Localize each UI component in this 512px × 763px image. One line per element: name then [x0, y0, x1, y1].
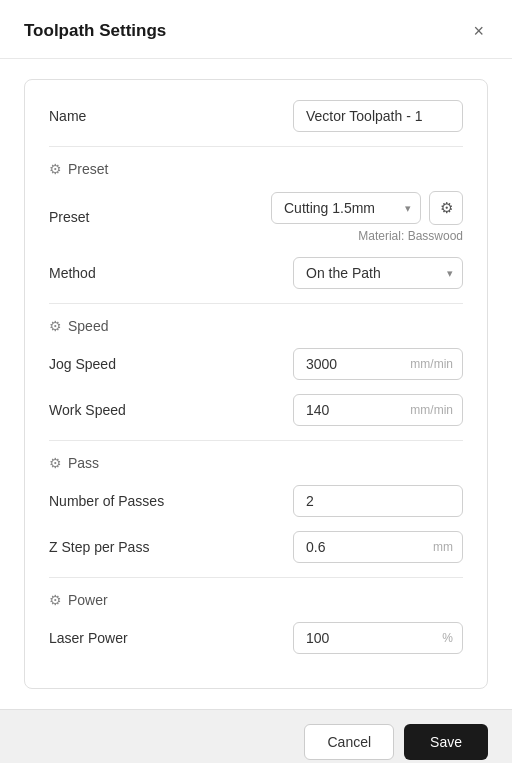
dialog-title: Toolpath Settings: [24, 21, 166, 41]
laser-power-unit: %: [442, 631, 453, 645]
preset-row: Preset Cutting 1.5mm Cutting 3mm Engravi…: [49, 191, 463, 243]
power-gear-icon: ⚙: [49, 592, 62, 608]
z-step-row: Z Step per Pass mm: [49, 531, 463, 563]
method-select[interactable]: On the Path Inside Outside: [293, 257, 463, 289]
jog-speed-label: Jog Speed: [49, 356, 116, 372]
preset-settings-button[interactable]: ⚙: [429, 191, 463, 225]
speed-gear-icon: ⚙: [49, 318, 62, 334]
name-label: Name: [49, 108, 86, 124]
preset-gear-icon: ⚙: [49, 161, 62, 177]
jog-speed-input-wrapper: mm/min: [293, 348, 463, 380]
dialog-body: Name ⚙ Preset Preset Cutting 1.5mm: [0, 59, 512, 709]
pass-section-header: ⚙ Pass: [49, 455, 463, 471]
method-row: Method On the Path Inside Outside ▾: [49, 257, 463, 289]
z-step-unit: mm: [433, 540, 453, 554]
name-input[interactable]: [293, 100, 463, 132]
speed-section-label: Speed: [68, 318, 108, 334]
laser-power-label: Laser Power: [49, 630, 128, 646]
cancel-button[interactable]: Cancel: [304, 724, 394, 760]
material-label: Material: Basswood: [358, 229, 463, 243]
jog-speed-row: Jog Speed mm/min: [49, 348, 463, 380]
laser-power-row: Laser Power %: [49, 622, 463, 654]
z-step-label: Z Step per Pass: [49, 539, 149, 555]
num-passes-label: Number of Passes: [49, 493, 164, 509]
work-speed-input-wrapper: mm/min: [293, 394, 463, 426]
dialog-footer: Cancel Save: [0, 709, 512, 763]
dialog-header: Toolpath Settings ×: [0, 0, 512, 59]
num-passes-row: Number of Passes: [49, 485, 463, 517]
settings-card: Name ⚙ Preset Preset Cutting 1.5mm: [24, 79, 488, 689]
toolpath-settings-dialog: Toolpath Settings × Name ⚙ Preset Preset: [0, 0, 512, 763]
preset-section-label: Preset: [68, 161, 108, 177]
save-button[interactable]: Save: [404, 724, 488, 760]
preset-select-group: Cutting 1.5mm Cutting 3mm Engraving ▾ ⚙: [271, 191, 463, 225]
laser-power-input-wrapper: %: [293, 622, 463, 654]
preset-field-area: Cutting 1.5mm Cutting 3mm Engraving ▾ ⚙ …: [271, 191, 463, 243]
jog-speed-unit: mm/min: [410, 357, 453, 371]
divider-4: [49, 577, 463, 578]
close-button[interactable]: ×: [469, 18, 488, 44]
preset-select-wrapper: Cutting 1.5mm Cutting 3mm Engraving ▾: [271, 192, 421, 224]
divider-3: [49, 440, 463, 441]
work-speed-label: Work Speed: [49, 402, 126, 418]
speed-section-header: ⚙ Speed: [49, 318, 463, 334]
divider-1: [49, 146, 463, 147]
power-section-header: ⚙ Power: [49, 592, 463, 608]
num-passes-input[interactable]: [293, 485, 463, 517]
preset-label: Preset: [49, 209, 89, 225]
pass-gear-icon: ⚙: [49, 455, 62, 471]
work-speed-unit: mm/min: [410, 403, 453, 417]
preset-section-header: ⚙ Preset: [49, 161, 463, 177]
preset-select[interactable]: Cutting 1.5mm Cutting 3mm Engraving: [271, 192, 421, 224]
power-section-label: Power: [68, 592, 108, 608]
work-speed-row: Work Speed mm/min: [49, 394, 463, 426]
laser-power-input[interactable]: [293, 622, 463, 654]
name-row: Name: [49, 100, 463, 132]
method-label: Method: [49, 265, 96, 281]
z-step-input-wrapper: mm: [293, 531, 463, 563]
method-select-wrapper: On the Path Inside Outside ▾: [293, 257, 463, 289]
pass-section-label: Pass: [68, 455, 99, 471]
divider-2: [49, 303, 463, 304]
